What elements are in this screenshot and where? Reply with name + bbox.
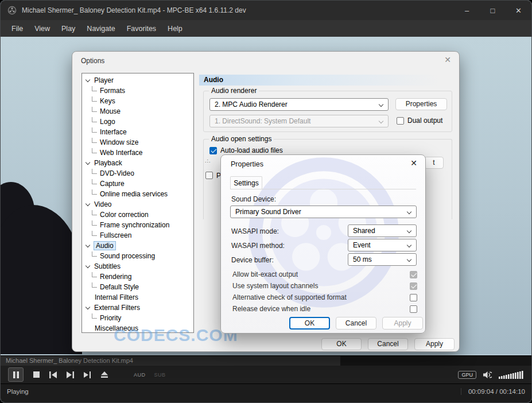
window-controls: – □ ✕ [454,1,531,20]
wasapi-method-select[interactable]: Event [348,239,417,251]
tree-item-formats[interactable]: Formats [82,86,193,96]
next-button[interactable] [67,371,74,378]
prev-button[interactable] [49,371,57,378]
close-button[interactable]: ✕ [506,1,531,20]
menu-favorites[interactable]: Favorites [121,20,162,37]
tree-item-keys[interactable]: Keys [82,96,193,106]
bit-exact-label: Allow bit-exact output [232,270,298,278]
sound-device-select[interactable]: Primary Sound Driver [230,206,417,218]
obscured-button-fragment[interactable]: t [424,157,444,169]
tree-item-dvd-video[interactable]: DVD-Video [82,168,193,179]
tree-item-rendering[interactable]: Rendering [82,272,193,282]
tree-item-label: Default Style [100,283,139,291]
seekbar-filename: Michael Shermer_ Baloney Detection Kit.m… [6,357,133,364]
options-apply-button[interactable]: Apply [414,338,455,350]
system-layout-checkbox[interactable] [410,282,417,290]
wasapi-mode-select[interactable]: Shared [348,224,417,237]
menu-view[interactable]: View [29,20,56,37]
tree-connector [92,220,97,226]
pause-icon [13,371,19,378]
secondary-renderer-value: 1. DirectSound: System Default [215,117,310,125]
tree-connector [92,272,97,277]
step-button[interactable] [84,371,91,378]
device-buffer-label: Device buffer: [231,256,274,264]
options-cancel-button[interactable]: Cancel [368,338,408,350]
tree-item-window-size[interactable]: Window size [82,137,193,148]
chevron-down-icon [379,102,383,107]
tree-item-default-style[interactable]: Default Style [82,282,193,292]
chevron-down-icon [379,119,383,123]
tree-item-interface[interactable]: Interface [82,127,193,137]
tree-item-playback[interactable]: Playback [82,158,193,168]
tree-item-web-interface[interactable]: Web Interface [82,148,193,158]
tree-item-video[interactable]: Video [82,199,193,210]
options-tree: Player Formats Keys Mouse Logo Interface… [81,73,194,333]
wasapi-method-label: WASAPI method: [231,242,285,250]
options-close-icon[interactable]: ✕ [444,55,451,64]
stop-button[interactable] [33,371,40,378]
tree-item-color-correction[interactable]: Color correction [82,210,193,220]
tree-item-sound-processing[interactable]: Sound processing [82,251,193,261]
tree-connector [92,86,97,91]
tree-item-label: Playback [94,159,122,167]
properties-dialog-title: Properties [231,160,263,168]
obscured-checkbox[interactable] [205,172,213,179]
seekbar[interactable]: Michael Shermer_ Baloney Detection Kit.m… [1,355,531,366]
properties-dialog: Properties ✕ Settings Sound Device: Prim… [220,154,426,334]
tree-item-label: Capture [100,180,125,188]
audio-track-label[interactable]: AUD [134,372,146,378]
tree-item-online-media-services[interactable]: Online media services [82,189,193,199]
tree-connector [92,313,97,319]
minimize-button[interactable]: – [454,1,480,20]
menu-navigate[interactable]: Navigate [81,20,121,37]
tree-item-internal-filters[interactable]: Internal Filters [82,292,193,303]
tree-item-label: Subtitles [94,262,121,270]
autoload-audio-checkbox[interactable] [209,147,217,154]
tree-item-logo[interactable]: Logo [82,117,193,127]
tree-item-subtitles[interactable]: Subtitles [82,261,193,272]
properties-cancel-button[interactable]: Cancel [336,317,376,330]
tree-item-audio[interactable]: Audio [82,241,193,251]
alt-check-checkbox[interactable] [410,294,417,301]
chevron-down-icon [86,263,90,268]
tree-item-miscellaneous[interactable]: Miscellaneous [82,323,193,333]
tree-connector [92,179,97,184]
release-idle-row: Release device when idle [232,304,417,313]
menu-play[interactable]: Play [56,20,81,37]
options-ok-button[interactable]: OK [321,338,362,350]
tab-settings[interactable]: Settings [230,176,262,189]
sound-device-label: Sound Device: [231,195,276,203]
properties-close-icon[interactable]: ✕ [410,158,417,168]
dual-output-checkbox[interactable] [397,117,404,125]
chevron-down-icon [407,210,411,214]
tree-item-label: Frame synchronization [100,221,169,229]
properties-ok-button[interactable]: OK [289,317,330,330]
tree-item-priority[interactable]: Priority [82,313,193,323]
audio-renderer-select[interactable]: 2. MPC Audio Renderer [209,98,389,111]
tree-item-label: Rendering [100,273,131,281]
tree-item-capture[interactable]: Capture [82,179,193,189]
app-icon[interactable] [7,6,17,15]
tree-item-fullscreen[interactable]: Fullscreen [82,230,193,241]
volume-icon[interactable] [483,371,492,378]
volume-level[interactable] [499,370,524,379]
maximize-button[interactable]: □ [480,1,506,20]
secondary-renderer-select[interactable]: 1. DirectSound: System Default [209,115,389,127]
tree-item-frame-synchronization[interactable]: Frame synchronization [82,220,193,230]
release-idle-checkbox[interactable] [410,305,417,313]
device-buffer-select[interactable]: 50 ms [348,253,417,266]
tree-item-label: Internal Filters [95,293,138,301]
tree-item-label: Window size [100,138,138,146]
eject-button[interactable] [101,371,108,378]
subtitle-track-label[interactable]: SUB [154,372,166,378]
pause-button[interactable] [8,367,24,382]
tree-item-player[interactable]: Player [82,75,193,86]
autoload-audio-label: Auto-load audio files [220,146,283,154]
tree-item-external-filters[interactable]: External Filters [82,303,193,313]
menu-file[interactable]: File [6,20,29,37]
bit-exact-checkbox[interactable] [410,271,417,278]
properties-apply-button[interactable]: Apply [382,317,423,330]
tree-item-mouse[interactable]: Mouse [82,106,193,117]
menu-help[interactable]: Help [162,20,188,37]
renderer-properties-button[interactable]: Properties [395,98,447,110]
